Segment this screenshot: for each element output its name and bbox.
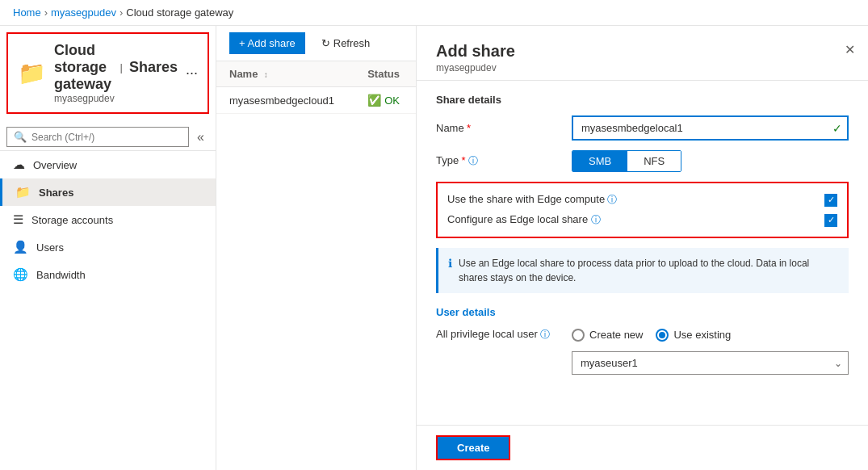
radio-use-existing-circle bbox=[656, 329, 669, 342]
resource-title: Cloud storage gateway bbox=[54, 42, 114, 93]
sidebar-item-shares[interactable]: 📁 Shares bbox=[0, 178, 216, 206]
type-field-row: Type * ⓘ SMB NFS bbox=[436, 150, 849, 172]
table-area: Name ↕ Status myasesmbedgecloud1 ✅ bbox=[216, 61, 416, 470]
sidebar-item-storage-accounts[interactable]: ☰ Storage accounts bbox=[0, 206, 216, 233]
share-details-title: Share details bbox=[436, 94, 849, 106]
type-smb-button[interactable]: SMB bbox=[572, 151, 627, 171]
search-icon: 🔍 bbox=[14, 131, 27, 143]
resource-owner: myasegpudev bbox=[54, 93, 178, 104]
status-ok-icon: ✅ bbox=[367, 94, 381, 107]
bandwidth-icon: 🌐 bbox=[13, 267, 28, 282]
sidebar-item-label: Users bbox=[36, 241, 64, 254]
more-options-icon[interactable]: ··· bbox=[186, 65, 198, 82]
radio-create-new[interactable]: Create new bbox=[572, 329, 643, 342]
edge-local-row: Configure as Edge local share ⓘ ✓ bbox=[447, 213, 837, 227]
type-toggle: SMB NFS bbox=[572, 150, 681, 172]
edge-compute-label: Use the share with Edge compute ⓘ bbox=[447, 193, 816, 207]
radio-create-new-circle bbox=[572, 329, 585, 342]
type-nfs-button[interactable]: NFS bbox=[627, 151, 681, 171]
edge-compute-checkbox[interactable]: ✓ bbox=[824, 194, 837, 207]
refresh-icon: ↻ bbox=[321, 37, 330, 49]
sidebar-item-bandwidth[interactable]: 🌐 Bandwidth bbox=[0, 261, 216, 288]
radio-group: Create new Use existing bbox=[572, 329, 731, 342]
table-row[interactable]: myasesmbedgecloud1 ✅ OK bbox=[216, 87, 416, 114]
refresh-label: Refresh bbox=[333, 37, 371, 49]
add-share-panel: Add share myasegpudev ✕ Share details Na… bbox=[416, 26, 868, 470]
resource-title-area: Cloud storage gateway | Shares myasegpud… bbox=[54, 42, 178, 104]
resource-subtitle-label: Shares bbox=[129, 59, 178, 76]
toolbar: + Add share ↻ Refresh bbox=[216, 26, 416, 61]
create-button[interactable]: Create bbox=[436, 435, 510, 460]
panel-header: Add share myasegpudev ✕ bbox=[417, 26, 868, 81]
shares-table: Name ↕ Status myasesmbedgecloud1 ✅ bbox=[216, 61, 416, 114]
breadcrumb-home[interactable]: Home bbox=[13, 6, 41, 19]
type-label: Type * ⓘ bbox=[436, 154, 565, 168]
name-input-wrap: ✓ bbox=[572, 115, 849, 141]
sidebar-item-label: Storage accounts bbox=[31, 214, 113, 226]
refresh-button[interactable]: ↻ Refresh bbox=[312, 32, 380, 54]
sidebar-item-overview[interactable]: ☁ Overview bbox=[0, 151, 216, 178]
column-name[interactable]: Name ↕ bbox=[216, 61, 354, 87]
edge-local-checkbox[interactable]: ✓ bbox=[824, 214, 837, 227]
sidebar-item-label: Overview bbox=[33, 159, 77, 171]
nav-items: ☁ Overview 📁 Shares ☰ Storage accounts 👤… bbox=[0, 151, 216, 470]
user-select[interactable]: myaseuser1 bbox=[572, 351, 849, 375]
search-input[interactable] bbox=[31, 132, 182, 143]
name-field-row: Name * ✓ bbox=[436, 115, 849, 141]
info-banner-text: Use an Edge local share to process data … bbox=[459, 256, 839, 285]
left-panel: 📁 Cloud storage gateway | Shares myasegp… bbox=[0, 26, 216, 470]
panel-footer: Create bbox=[417, 425, 868, 470]
add-share-button[interactable]: + Add share bbox=[229, 32, 305, 54]
type-info-icon[interactable]: ⓘ bbox=[468, 155, 478, 166]
user-dropdown-row: myaseuser1 ⌄ bbox=[436, 351, 849, 375]
share-name-cell: myasesmbedgecloud1 bbox=[216, 87, 354, 114]
info-banner: ℹ Use an Edge local share to process dat… bbox=[436, 248, 849, 293]
status-badge: ✅ OK bbox=[367, 94, 403, 107]
radio-use-existing-label: Use existing bbox=[673, 329, 731, 341]
privilege-label: All privilege local user ⓘ bbox=[436, 328, 565, 342]
name-check-icon: ✓ bbox=[832, 122, 842, 135]
name-input[interactable] bbox=[572, 115, 849, 141]
close-button[interactable]: ✕ bbox=[845, 42, 855, 57]
breadcrumb: Home › myasegpudev › Cloud storage gatew… bbox=[0, 0, 868, 26]
sort-icon: ↕ bbox=[264, 70, 268, 79]
edge-compute-section: Use the share with Edge compute ⓘ ✓ Conf… bbox=[436, 182, 849, 238]
share-status-cell: ✅ OK bbox=[354, 87, 416, 114]
radio-use-existing[interactable]: Use existing bbox=[656, 329, 731, 342]
content-area: + Add share ↻ Refresh Name ↕ Status bbox=[216, 26, 416, 470]
folder-icon: 📁 bbox=[18, 60, 46, 86]
privilege-info-icon[interactable]: ⓘ bbox=[540, 329, 550, 340]
collapse-button[interactable]: « bbox=[192, 128, 209, 146]
storage-icon: ☰ bbox=[13, 212, 23, 227]
user-select-wrap: myaseuser1 ⌄ bbox=[572, 351, 849, 375]
info-banner-icon: ℹ bbox=[448, 257, 452, 270]
required-indicator: * bbox=[467, 122, 471, 134]
folder-nav-icon: 📁 bbox=[15, 185, 31, 199]
panel-body: Share details Name * ✓ Type * ⓘ bbox=[417, 81, 868, 425]
resource-header: 📁 Cloud storage gateway | Shares myasegp… bbox=[6, 32, 209, 114]
edge-local-label: Configure as Edge local share ⓘ bbox=[447, 213, 816, 227]
sidebar-item-label: Bandwidth bbox=[36, 269, 86, 281]
breadcrumb-current: Cloud storage gateway bbox=[126, 6, 233, 19]
users-icon: 👤 bbox=[13, 240, 28, 254]
privilege-user-row: All privilege local user ⓘ Create new Us… bbox=[436, 328, 849, 342]
search-box[interactable]: 🔍 bbox=[6, 127, 189, 147]
edge-compute-row: Use the share with Edge compute ⓘ ✓ bbox=[447, 193, 837, 207]
user-details-title: User details bbox=[436, 306, 849, 318]
cloud-icon: ☁ bbox=[13, 157, 25, 172]
search-area: 🔍 « bbox=[0, 120, 216, 151]
sidebar-item-users[interactable]: 👤 Users bbox=[0, 233, 216, 261]
name-label: Name * bbox=[436, 122, 565, 134]
panel-subtitle: myasegpudev bbox=[436, 62, 849, 73]
breadcrumb-resource-group[interactable]: myasegpudev bbox=[51, 6, 116, 19]
edge-compute-info-icon[interactable]: ⓘ bbox=[607, 194, 617, 205]
sidebar-item-label: Shares bbox=[39, 187, 73, 199]
edge-local-info-icon[interactable]: ⓘ bbox=[591, 214, 601, 225]
panel-title: Add share bbox=[436, 42, 849, 61]
column-status[interactable]: Status bbox=[354, 61, 416, 87]
radio-create-new-label: Create new bbox=[589, 329, 643, 341]
